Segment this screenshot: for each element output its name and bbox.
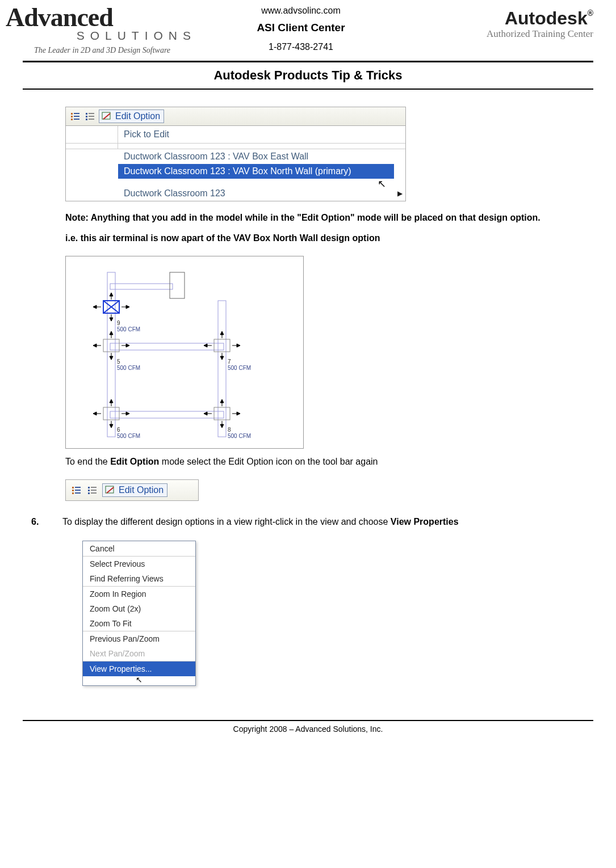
svg-rect-1 bbox=[74, 113, 79, 114]
terminal-9-num: 9 bbox=[117, 320, 120, 326]
dropdown-item-2-label: Ductwork Classroom 123 bbox=[118, 186, 394, 201]
svg-rect-79 bbox=[106, 486, 114, 493]
svg-marker-30 bbox=[110, 318, 113, 321]
svg-rect-70 bbox=[75, 490, 81, 491]
logo-tagline: The Leader in 2D and 3D Design Software bbox=[6, 46, 199, 55]
ctx-view-properties[interactable]: View Properties... bbox=[83, 661, 195, 676]
submenu-arrow-icon: ▶ bbox=[394, 189, 405, 197]
edit-option-button[interactable]: Edit Option bbox=[99, 109, 164, 123]
ctx-cancel[interactable]: Cancel bbox=[83, 541, 195, 556]
toolbar-small-icon-1[interactable] bbox=[70, 484, 83, 496]
figure-duct-diagram: 9 500 CFM 5 500 CFM 7 500 CFM 6 500 CFM … bbox=[65, 256, 304, 449]
svg-rect-74 bbox=[91, 487, 97, 488]
ctx-find-referring-views[interactable]: Find Referring Views bbox=[83, 571, 195, 586]
edit-option-icon-small bbox=[104, 484, 116, 496]
svg-rect-6 bbox=[86, 113, 87, 115]
edit-option-button-small[interactable]: Edit Option bbox=[102, 483, 167, 497]
svg-line-13 bbox=[103, 113, 110, 119]
svg-rect-67 bbox=[72, 487, 74, 488]
svg-marker-28 bbox=[110, 293, 113, 296]
combo-selected[interactable]: Pick to Edit bbox=[66, 126, 405, 144]
terminal-8-label: 8 500 CFM bbox=[228, 427, 251, 439]
ctx-zoom-to-fit[interactable]: Zoom To Fit bbox=[83, 616, 195, 631]
svg-rect-11 bbox=[89, 119, 94, 120]
ctx-select-previous-label: Select Previous bbox=[90, 559, 145, 568]
svg-marker-66 bbox=[220, 424, 224, 428]
edit-option-icon bbox=[100, 111, 113, 122]
page-title: Autodesk Products Tip & Tricks bbox=[0, 68, 616, 83]
ctx-zoom-in-region[interactable]: Zoom In Region bbox=[83, 587, 195, 601]
svg-rect-15 bbox=[218, 301, 226, 437]
ctx-next-pan-zoom: Next Pan/Zoom bbox=[83, 646, 195, 661]
divider-sub bbox=[23, 89, 593, 90]
svg-rect-0 bbox=[71, 113, 73, 115]
step-6-text-bold: View Properties bbox=[391, 517, 459, 526]
logo-advanced-solutions: Advanced SOLUTIONS The Leader in 2D and … bbox=[6, 6, 199, 55]
svg-rect-9 bbox=[89, 116, 94, 117]
logo-autodesk: Autodesk® Authorized Training Center bbox=[403, 6, 593, 40]
svg-rect-72 bbox=[75, 492, 81, 494]
terminal-8-num: 8 bbox=[228, 427, 231, 433]
ctx-view-properties-label: View Properties... bbox=[90, 664, 152, 673]
svg-marker-56 bbox=[110, 399, 113, 403]
registered-mark: ® bbox=[588, 9, 593, 18]
ctx-next-pan-zoom-label: Next Pan/Zoom bbox=[90, 649, 145, 658]
svg-rect-18 bbox=[110, 284, 173, 289]
terminal-9-cfm: 500 CFM bbox=[117, 326, 140, 332]
svg-rect-75 bbox=[88, 490, 90, 491]
ctx-find-referring-views-label: Find Referring Views bbox=[90, 574, 164, 583]
header-phone: 1-877-438-2741 bbox=[216, 42, 386, 52]
step-6-text-1: To display the different design options … bbox=[62, 517, 391, 526]
dropdown-item-0[interactable]: Ductwork Classroom 123 : VAV Box East Wa… bbox=[66, 149, 405, 164]
svg-rect-7 bbox=[89, 113, 94, 114]
svg-rect-77 bbox=[88, 492, 90, 494]
svg-line-80 bbox=[107, 487, 114, 493]
svg-marker-46 bbox=[220, 331, 224, 335]
svg-marker-60 bbox=[204, 412, 207, 415]
step-6-text: To display the different design options … bbox=[62, 517, 585, 527]
ctx-zoom-in-region-label: Zoom In Region bbox=[90, 589, 146, 599]
ctx-zoom-out[interactable]: Zoom Out (2x) bbox=[83, 601, 195, 616]
terminal-7-label: 7 500 CFM bbox=[228, 359, 251, 371]
ie-text: i.e. this air terminal is now apart of t… bbox=[65, 233, 585, 243]
terminal-9-label: 9 500 CFM bbox=[117, 320, 140, 332]
toolbar-small-icon-2[interactable] bbox=[86, 484, 99, 496]
page-content: Edit Option Pick to Edit Ductwork Classr… bbox=[0, 107, 616, 686]
ctx-zoom-to-fit-label: Zoom To Fit bbox=[90, 619, 132, 628]
footer-copyright: Copyright 2008 – Advanced Solutions, Inc… bbox=[0, 724, 616, 745]
svg-rect-5 bbox=[74, 119, 79, 120]
svg-marker-52 bbox=[93, 412, 97, 415]
terminal-7-num: 7 bbox=[228, 359, 231, 365]
svg-marker-54 bbox=[126, 412, 129, 415]
dropdown-item-1[interactable]: Ductwork Classroom 123 : VAV Box North W… bbox=[66, 164, 405, 179]
svg-marker-58 bbox=[110, 424, 113, 428]
step-6: 6. To display the different design optio… bbox=[31, 517, 585, 527]
svg-rect-3 bbox=[74, 116, 79, 117]
autodesk-atc: Authorized Training Center bbox=[403, 28, 593, 40]
combo-text: Pick to Edit bbox=[118, 126, 405, 143]
terminal-6-num: 6 bbox=[117, 427, 120, 433]
ctx-select-previous[interactable]: Select Previous bbox=[83, 557, 195, 571]
ctx-cancel-label: Cancel bbox=[90, 544, 115, 553]
svg-marker-44 bbox=[237, 344, 240, 347]
page-header: Advanced SOLUTIONS The Leader in 2D and … bbox=[0, 0, 616, 55]
combo-left-pad bbox=[66, 126, 118, 143]
toolbar-row: Edit Option bbox=[66, 107, 405, 126]
ctx-previous-pan-zoom[interactable]: Previous Pan/Zoom bbox=[83, 631, 195, 646]
svg-marker-34 bbox=[93, 344, 97, 347]
terminal-7-cfm: 500 CFM bbox=[228, 365, 251, 371]
svg-rect-73 bbox=[88, 487, 90, 488]
figure-context-menu: Cancel Select Previous Find Referring Vi… bbox=[82, 541, 196, 686]
svg-rect-12 bbox=[102, 112, 110, 119]
terminal-8-cfm: 500 CFM bbox=[228, 433, 251, 439]
toolbar-icon-2[interactable] bbox=[84, 111, 97, 122]
svg-rect-2 bbox=[71, 116, 73, 117]
autodesk-brand-text: Autodesk bbox=[505, 8, 588, 28]
dropdown-item-2[interactable]: Ductwork Classroom 123 ▶ bbox=[66, 186, 405, 201]
svg-marker-38 bbox=[110, 331, 113, 335]
edit-option-button-small-label: Edit Option bbox=[119, 485, 164, 495]
svg-marker-24 bbox=[93, 305, 97, 309]
terminal-6-cfm: 500 CFM bbox=[117, 433, 140, 439]
svg-rect-78 bbox=[91, 492, 97, 494]
toolbar-icon-1[interactable] bbox=[69, 111, 82, 122]
